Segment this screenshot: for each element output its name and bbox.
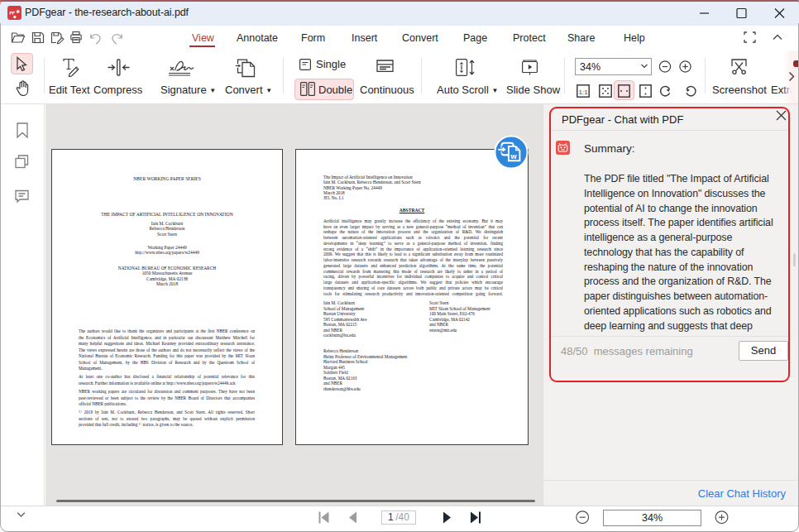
svg-text:1:1: 1:1 bbox=[579, 89, 589, 96]
svg-text:w: w bbox=[510, 151, 517, 161]
